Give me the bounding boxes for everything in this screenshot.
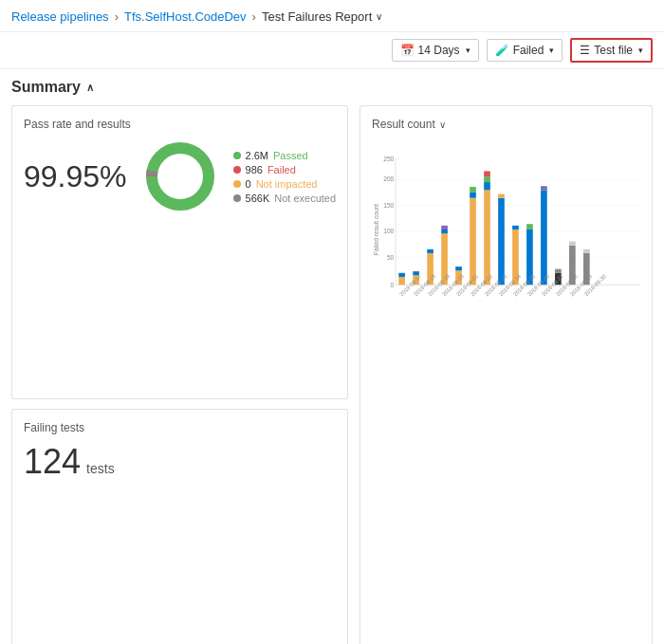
summary-title: Summary ∧	[11, 79, 653, 96]
svg-rect-17	[398, 277, 405, 285]
svg-rect-48	[583, 249, 590, 253]
result-count-card: Result count ∨ Failed result count 0 50 …	[360, 105, 653, 644]
svg-text:50: 50	[387, 254, 395, 261]
bar-chart-svg: Failed result count 0 50 100 150 200 250	[372, 135, 640, 324]
breadcrumb-sep-1: ›	[115, 9, 119, 24]
svg-rect-38	[512, 226, 519, 230]
failing-tests-title: Failing tests	[24, 421, 336, 434]
status-filter-button[interactable]: 🧪 Failed ▾	[487, 39, 563, 62]
summary-title-text: Summary	[11, 79, 81, 96]
donut-svg	[142, 138, 218, 214]
status-chevron-icon: ▾	[549, 46, 554, 55]
svg-rect-22	[427, 249, 433, 253]
failing-unit: tests	[86, 461, 115, 476]
breadcrumb-item-1[interactable]: Release pipelines	[11, 9, 109, 24]
legend-failed-count: 986	[246, 164, 263, 175]
svg-rect-24	[441, 230, 448, 233]
svg-rect-27	[455, 267, 462, 270]
svg-text:150: 150	[383, 202, 394, 209]
failing-tests-card: Failing tests 124 tests	[11, 409, 348, 644]
legend-not-executed-count: 566K	[246, 193, 270, 204]
left-panel: Pass rate and results 99.95%	[11, 105, 348, 644]
svg-text:0: 0	[391, 282, 395, 288]
svg-rect-25	[441, 226, 448, 230]
legend-failed-dot	[233, 166, 241, 174]
legend-not-executed-dot	[233, 194, 241, 202]
legend-not-impacted-dot	[233, 180, 241, 188]
svg-rect-36	[498, 194, 505, 198]
group-icon: ☰	[580, 44, 590, 57]
svg-rect-30	[470, 187, 476, 193]
breadcrumb-item-2[interactable]: Tfs.SelfHost.CodeDev	[124, 9, 247, 24]
days-filter-label: 14 Days	[418, 44, 460, 57]
legend-not-impacted-label: Not impacted	[256, 178, 318, 190]
svg-rect-41	[541, 190, 547, 285]
svg-rect-32	[484, 182, 490, 190]
svg-text:200: 200	[383, 175, 394, 182]
legend-not-executed: 566K Not executed	[233, 193, 337, 204]
breadcrumb-chevron: ∨	[376, 11, 382, 22]
svg-rect-40	[526, 224, 533, 230]
chart-title: Result count ∨	[372, 118, 640, 131]
svg-rect-31	[484, 190, 490, 285]
legend-not-executed-label: Not executed	[274, 193, 336, 204]
summary-section: Summary ∧ Pass rate and results 99.95%	[0, 69, 664, 644]
days-chevron-icon: ▾	[466, 46, 470, 55]
summary-collapse-icon[interactable]: ∧	[86, 82, 94, 94]
svg-point-1	[152, 148, 209, 205]
legend-failed-label: Failed	[267, 164, 296, 175]
svg-rect-29	[470, 193, 476, 198]
breadcrumb: Release pipelines › Tfs.SelfHost.CodeDev…	[0, 0, 664, 32]
legend-not-impacted-count: 0	[246, 178, 251, 190]
toolbar: 📅 14 Days ▾ 🧪 Failed ▾ ☰ Test file ▾	[0, 32, 664, 69]
svg-rect-42	[541, 186, 547, 190]
svg-rect-18	[398, 273, 405, 277]
donut-chart	[142, 138, 218, 214]
svg-rect-34	[484, 171, 490, 176]
pass-rate-card: Pass rate and results 99.95%	[11, 105, 348, 399]
cards-row: Pass rate and results 99.95%	[11, 105, 653, 644]
chart-dropdown-icon[interactable]: ∨	[439, 120, 446, 130]
legend-failed: 986 Failed	[233, 164, 337, 175]
legend: 2.6M Passed 986 Failed 0 Not impacted	[233, 150, 337, 204]
svg-text:Failed result count: Failed result count	[373, 204, 379, 255]
svg-rect-46	[569, 241, 576, 245]
days-filter-button[interactable]: 📅 14 Days ▾	[392, 39, 479, 62]
pass-rate-content: 99.95%	[24, 138, 336, 214]
flask-icon: 🧪	[495, 44, 509, 57]
svg-rect-44	[555, 269, 562, 273]
pass-percent: 99.95%	[24, 159, 127, 194]
failing-inner: 124 tests	[24, 442, 336, 482]
calendar-icon: 📅	[400, 44, 415, 57]
legend-passed-label: Passed	[273, 150, 308, 161]
svg-rect-33	[484, 176, 490, 182]
status-filter-label: Failed	[513, 44, 544, 57]
pass-rate-title: Pass rate and results	[24, 118, 336, 131]
legend-passed-count: 2.6M	[246, 150, 268, 161]
legend-passed-dot	[233, 152, 241, 159]
group-filter-label: Test file	[594, 44, 633, 57]
failing-count: 124	[24, 442, 81, 482]
svg-text:100: 100	[383, 228, 394, 234]
group-chevron-icon: ▾	[638, 46, 643, 55]
chart-title-text: Result count	[372, 118, 435, 131]
breadcrumb-sep-2: ›	[252, 9, 256, 24]
group-filter-button[interactable]: ☰ Test file ▾	[570, 38, 653, 63]
svg-text:250: 250	[383, 156, 394, 162]
svg-rect-35	[498, 198, 505, 285]
legend-not-impacted: 0 Not impacted	[233, 178, 337, 190]
legend-passed: 2.6M Passed	[233, 150, 337, 161]
breadcrumb-item-3: Test Failures Report	[262, 9, 372, 24]
svg-rect-28	[470, 198, 476, 285]
